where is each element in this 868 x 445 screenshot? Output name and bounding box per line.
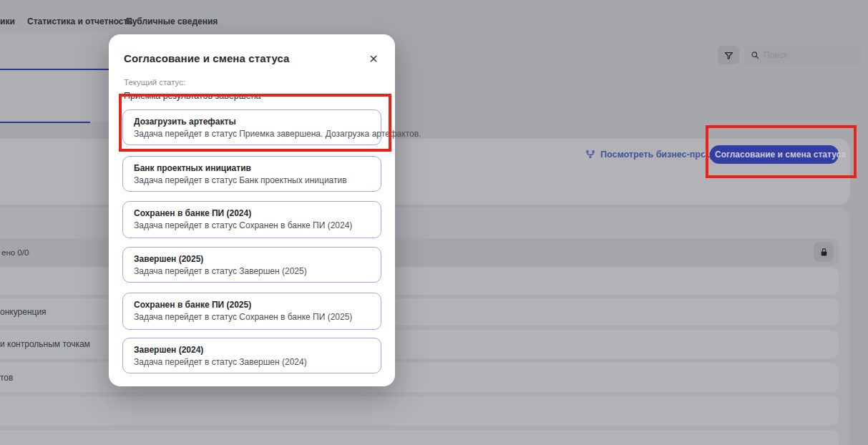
option-description: Задача перейдет в статус Банк проектных … <box>134 175 370 185</box>
lock-icon <box>819 248 829 257</box>
option-description: Задача перейдет в статус Завершен (2024) <box>134 357 370 367</box>
option-title: Завершен (2025) <box>134 254 370 264</box>
background-tab-area <box>0 31 109 69</box>
current-status-value: Приемка результатов завершена <box>124 91 261 101</box>
grid-header-label: ено 0/0 <box>1 248 29 257</box>
modal-title: Согласование и смена статуса <box>124 52 290 64</box>
row-label: и контрольным точкам <box>0 339 90 349</box>
table-row[interactable] <box>0 396 839 426</box>
option-title: Сохранен в банке ПИ (2024) <box>134 208 370 218</box>
table-row[interactable] <box>0 430 839 445</box>
option-title: Сохранен в банке ПИ (2025) <box>134 300 370 310</box>
nav-tab-statistics[interactable]: Статистика и отчетность <box>27 16 133 26</box>
option-description: Задача перейдет в статус Приемка заверше… <box>134 129 370 139</box>
close-icon[interactable]: ✕ <box>365 50 382 67</box>
option-description: Задача перейдет в статус Сохранен в банк… <box>134 312 370 322</box>
status-option-finished-2024[interactable]: Завершен (2024) Задача перейдет в статус… <box>122 338 381 373</box>
search-icon <box>751 51 759 59</box>
lock-button[interactable] <box>814 242 834 262</box>
search-input[interactable] <box>764 50 868 60</box>
status-option-project-bank[interactable]: Банк проектных инициатив Задача перейдет… <box>122 156 381 192</box>
option-description: Задача перейдет в статус Завершен (2025) <box>134 266 370 276</box>
status-option-saved-2025[interactable]: Сохранен в банке ПИ (2025) Задача перейд… <box>122 293 381 330</box>
approval-status-change-label: Согласование и смена статуса <box>715 150 846 160</box>
approval-status-change-button[interactable]: Согласование и смена статуса <box>710 145 839 164</box>
status-option-finished-2025[interactable]: Завершен (2025) Задача перейдет в статус… <box>122 247 381 283</box>
option-description: Задача перейдет в статус Сохранен в банк… <box>134 220 370 230</box>
lightning-bolt-icon <box>703 150 710 159</box>
option-title: Дозагрузить артефакты <box>134 117 370 127</box>
background-tab-area-row <box>0 70 109 122</box>
nav-tab-cut[interactable]: ики <box>0 16 15 26</box>
status-option-saved-2024[interactable]: Сохранен в банке ПИ (2024) Задача перейд… <box>122 201 381 238</box>
nav-tab-public-info[interactable]: Публичные сведения <box>126 16 218 26</box>
row-label: тов <box>0 373 13 383</box>
filter-funnel-icon <box>724 51 733 60</box>
status-option-upload-artifacts[interactable]: Дозагрузить артефакты Задача перейдет в … <box>122 109 381 145</box>
filter-button[interactable] <box>718 46 739 64</box>
search-field[interactable] <box>744 46 862 64</box>
status-change-modal: Согласование и смена статуса ✕ Текущий с… <box>109 34 395 386</box>
current-status-label: Текущий статус: <box>124 78 185 87</box>
active-tab-underline <box>0 69 109 70</box>
active-tab-underline-2 <box>0 122 90 123</box>
option-title: Завершен (2024) <box>134 345 370 355</box>
workflow-branch-icon <box>585 150 595 160</box>
row-label: онкуренция <box>0 307 47 317</box>
option-title: Банк проектных инициатив <box>134 163 370 173</box>
